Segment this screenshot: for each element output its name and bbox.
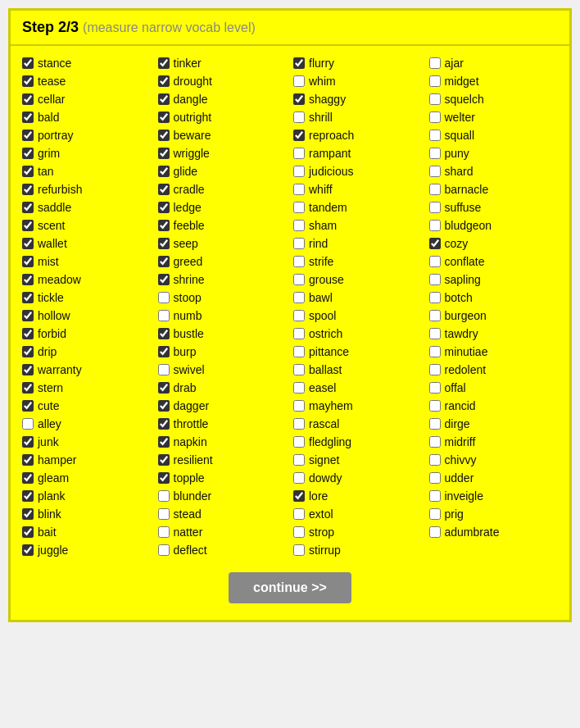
word-checkbox-tandem[interactable] bbox=[293, 202, 305, 213]
word-label-mayhem[interactable]: mayhem bbox=[309, 399, 353, 412]
word-label-refurbish[interactable]: refurbish bbox=[38, 183, 82, 196]
word-label-tawdry[interactable]: tawdry bbox=[445, 327, 478, 340]
word-checkbox-saddle[interactable] bbox=[22, 202, 34, 213]
word-label-feeble[interactable]: feeble bbox=[174, 219, 205, 232]
word-label-signet[interactable]: signet bbox=[309, 453, 339, 466]
word-checkbox-rind[interactable] bbox=[293, 238, 305, 249]
word-checkbox-refurbish[interactable] bbox=[22, 184, 34, 195]
word-label-beware[interactable]: beware bbox=[174, 129, 211, 142]
word-label-cellar[interactable]: cellar bbox=[38, 93, 65, 106]
word-label-bait[interactable]: bait bbox=[38, 526, 57, 539]
word-checkbox-redolent[interactable] bbox=[429, 364, 441, 375]
word-checkbox-hollow[interactable] bbox=[22, 310, 34, 321]
word-label-strife[interactable]: strife bbox=[309, 255, 333, 268]
word-label-suffuse[interactable]: suffuse bbox=[445, 201, 482, 214]
word-label-tandem[interactable]: tandem bbox=[309, 201, 347, 214]
word-checkbox-shard[interactable] bbox=[429, 166, 441, 177]
word-checkbox-ostrich[interactable] bbox=[293, 328, 305, 339]
word-label-extol[interactable]: extol bbox=[309, 507, 333, 521]
word-label-squelch[interactable]: squelch bbox=[445, 93, 484, 106]
word-label-ledge[interactable]: ledge bbox=[174, 201, 202, 214]
word-checkbox-drought[interactable] bbox=[158, 75, 170, 87]
word-checkbox-mayhem[interactable] bbox=[293, 400, 305, 412]
word-label-reproach[interactable]: reproach bbox=[309, 129, 354, 142]
word-label-hamper[interactable]: hamper bbox=[38, 453, 76, 466]
word-checkbox-warranty[interactable] bbox=[22, 364, 34, 375]
word-checkbox-forbid[interactable] bbox=[22, 328, 34, 339]
word-checkbox-midget[interactable] bbox=[429, 75, 441, 87]
word-checkbox-judicious[interactable] bbox=[293, 166, 305, 177]
word-checkbox-chivvy[interactable] bbox=[429, 454, 441, 466]
word-checkbox-wallet[interactable] bbox=[22, 238, 34, 249]
word-checkbox-bawl[interactable] bbox=[293, 292, 305, 303]
word-checkbox-tawdry[interactable] bbox=[429, 328, 441, 339]
word-label-cradle[interactable]: cradle bbox=[174, 183, 205, 196]
word-checkbox-dowdy[interactable] bbox=[293, 472, 305, 484]
word-checkbox-grouse[interactable] bbox=[293, 274, 305, 285]
word-checkbox-adumbrate[interactable] bbox=[429, 526, 441, 538]
word-checkbox-cozy[interactable] bbox=[429, 238, 441, 249]
word-label-warranty[interactable]: warranty bbox=[38, 363, 82, 376]
word-label-plank[interactable]: plank bbox=[38, 489, 65, 503]
word-checkbox-whiff[interactable] bbox=[293, 184, 305, 195]
word-label-chivvy[interactable]: chivvy bbox=[445, 453, 477, 466]
word-label-stoop[interactable]: stoop bbox=[174, 291, 202, 304]
word-checkbox-shaggy[interactable] bbox=[293, 93, 305, 105]
word-label-dowdy[interactable]: dowdy bbox=[309, 471, 342, 485]
word-checkbox-lore[interactable] bbox=[293, 490, 305, 502]
word-label-saddle[interactable]: saddle bbox=[38, 201, 71, 214]
word-checkbox-midriff[interactable] bbox=[429, 436, 441, 448]
word-label-forbid[interactable]: forbid bbox=[38, 327, 66, 340]
word-label-scent[interactable]: scent bbox=[38, 219, 65, 232]
word-checkbox-prig[interactable] bbox=[429, 508, 441, 520]
word-checkbox-bustle[interactable] bbox=[158, 328, 170, 339]
word-checkbox-greed[interactable] bbox=[158, 256, 170, 267]
word-label-junk[interactable]: junk bbox=[38, 435, 59, 448]
word-checkbox-beware[interactable] bbox=[158, 130, 170, 141]
word-checkbox-easel[interactable] bbox=[293, 382, 305, 394]
word-checkbox-pittance[interactable] bbox=[293, 346, 305, 357]
word-label-burgeon[interactable]: burgeon bbox=[445, 309, 487, 322]
word-label-tease[interactable]: tease bbox=[38, 75, 66, 88]
word-label-seep[interactable]: seep bbox=[174, 237, 198, 250]
word-label-alley[interactable]: alley bbox=[38, 417, 61, 430]
word-checkbox-ajar[interactable] bbox=[429, 57, 441, 69]
word-checkbox-gleam[interactable] bbox=[22, 472, 34, 484]
word-label-sapling[interactable]: sapling bbox=[445, 273, 481, 286]
word-label-rampant[interactable]: rampant bbox=[309, 147, 351, 160]
word-label-minutiae[interactable]: minutiae bbox=[445, 345, 488, 358]
word-label-outright[interactable]: outright bbox=[174, 111, 212, 124]
word-label-offal[interactable]: offal bbox=[445, 381, 466, 394]
word-label-grim[interactable]: grim bbox=[38, 147, 60, 160]
word-label-ballast[interactable]: ballast bbox=[309, 363, 342, 376]
word-checkbox-squall[interactable] bbox=[429, 130, 441, 141]
word-checkbox-deflect[interactable] bbox=[158, 544, 170, 556]
word-label-shrill[interactable]: shrill bbox=[309, 111, 333, 124]
word-checkbox-minutiae[interactable] bbox=[429, 346, 441, 357]
continue-button[interactable]: continue >> bbox=[229, 572, 351, 603]
word-checkbox-reproach[interactable] bbox=[293, 130, 305, 141]
word-checkbox-feeble[interactable] bbox=[158, 220, 170, 231]
word-checkbox-bait[interactable] bbox=[22, 526, 34, 538]
word-checkbox-cellar[interactable] bbox=[22, 93, 34, 105]
word-label-burp[interactable]: burp bbox=[174, 345, 197, 358]
word-checkbox-cute[interactable] bbox=[22, 400, 34, 412]
word-label-tickle[interactable]: tickle bbox=[38, 291, 64, 304]
word-checkbox-throttle[interactable] bbox=[158, 418, 170, 430]
word-label-drab[interactable]: drab bbox=[174, 381, 197, 394]
word-checkbox-extol[interactable] bbox=[293, 508, 305, 520]
word-checkbox-seep[interactable] bbox=[158, 238, 170, 249]
word-label-dirge[interactable]: dirge bbox=[445, 417, 470, 430]
word-label-midriff[interactable]: midriff bbox=[445, 435, 476, 448]
word-label-mist[interactable]: mist bbox=[38, 255, 59, 268]
word-label-greed[interactable]: greed bbox=[174, 255, 203, 268]
word-checkbox-rancid[interactable] bbox=[429, 400, 441, 412]
word-label-glide[interactable]: glide bbox=[174, 165, 198, 178]
word-checkbox-numb[interactable] bbox=[158, 310, 170, 321]
word-checkbox-juggle[interactable] bbox=[22, 544, 34, 556]
word-checkbox-welter[interactable] bbox=[429, 111, 441, 123]
word-label-spool[interactable]: spool bbox=[309, 309, 336, 322]
word-label-swivel[interactable]: swivel bbox=[174, 363, 205, 376]
word-checkbox-meadow[interactable] bbox=[22, 274, 34, 285]
word-label-sham[interactable]: sham bbox=[309, 219, 337, 232]
